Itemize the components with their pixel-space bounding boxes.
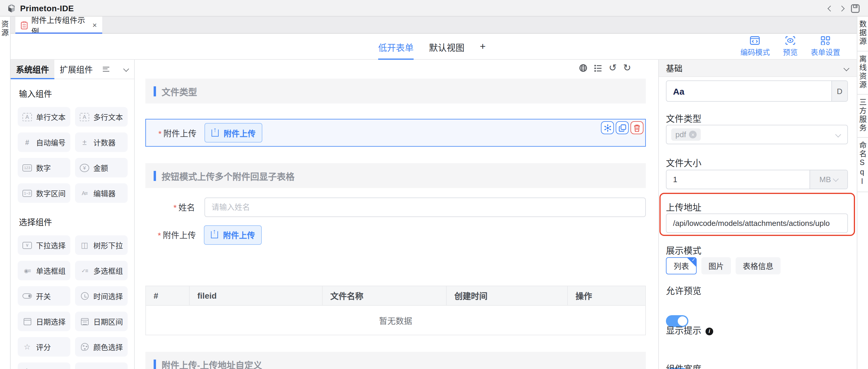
required-asterisk: * bbox=[174, 203, 177, 212]
attachment-upload-button[interactable]: 附件上传 bbox=[204, 225, 262, 245]
component-checkbox-group[interactable]: ✓≡多选框组 bbox=[75, 261, 128, 280]
property-inspector: 基础 Aa D 文件类型 pdf × 文件大小 1 bbox=[658, 60, 857, 369]
file-size-unit-select[interactable]: MB bbox=[809, 170, 847, 189]
info-icon[interactable]: i bbox=[706, 327, 713, 335]
component-color-picker[interactable]: 颜色选择 bbox=[75, 337, 128, 357]
component-amount[interactable]: ¥金额 bbox=[75, 158, 128, 177]
component-date-picker[interactable]: 日期选择 bbox=[18, 312, 70, 331]
component-time-picker[interactable]: 时间选择 bbox=[75, 286, 128, 306]
nav-forward-icon[interactable] bbox=[839, 5, 845, 11]
component-attachment-upload[interactable]: 附件上传 bbox=[18, 363, 70, 369]
attachment-upload-button[interactable]: 附件上传 bbox=[205, 123, 262, 143]
form-settings-button[interactable]: 表单设置 bbox=[811, 36, 840, 57]
component-multi-line-text[interactable]: A多行文本 bbox=[75, 107, 128, 126]
name-input[interactable] bbox=[205, 197, 646, 217]
inspector-collapse-icon[interactable] bbox=[843, 65, 849, 71]
tab-extension-components[interactable]: 扩展组件 bbox=[54, 60, 98, 79]
document-tab-title: 附件上传组件示例 bbox=[31, 14, 88, 36]
save-icon[interactable] bbox=[851, 4, 860, 13]
component-tree-dropdown[interactable]: ◫树形下拉 bbox=[75, 235, 128, 255]
font-style-addon-button[interactable]: D bbox=[831, 81, 847, 101]
component-editor[interactable]: A≡编辑器 bbox=[75, 183, 128, 203]
component-switch[interactable]: 开关 bbox=[18, 286, 70, 306]
rail-tab-offline-resources[interactable]: 离线资源 bbox=[857, 51, 868, 94]
trash-icon bbox=[633, 124, 641, 132]
display-mode-image[interactable]: 图片 bbox=[701, 257, 731, 274]
i18n-globe-icon[interactable] bbox=[579, 64, 587, 72]
preview-button[interactable]: 预览 bbox=[783, 36, 798, 57]
rail-tab-named-sql[interactable]: 命名Sql bbox=[857, 138, 868, 192]
left-rail: 资源 bbox=[0, 17, 11, 369]
undo-icon[interactable]: ↺ bbox=[609, 64, 617, 72]
form-doc-icon bbox=[21, 21, 28, 29]
component-number-range[interactable]: 1~3数字区间 bbox=[18, 183, 70, 203]
multi-line-text-icon: A bbox=[80, 113, 89, 121]
checkbox-group-icon: ✓≡ bbox=[80, 266, 89, 275]
file-size-input[interactable]: 1 bbox=[666, 170, 809, 189]
component-auto-number[interactable]: #自动编号 bbox=[18, 133, 70, 152]
add-view-button[interactable]: + bbox=[480, 34, 486, 60]
font-style-value[interactable]: Aa bbox=[673, 86, 684, 96]
tree-dropdown-icon: ◫ bbox=[80, 240, 89, 250]
section-button-mode-upload: 按钮模式上传多个附件回显子表格 bbox=[145, 163, 646, 188]
component-rating[interactable]: ☆评分 bbox=[18, 337, 70, 357]
remove-tag-icon[interactable]: × bbox=[689, 131, 696, 138]
col-fileid[interactable]: fileid bbox=[190, 286, 322, 305]
component-counter[interactable]: ±计数器 bbox=[75, 133, 128, 152]
unit-chevron-icon bbox=[833, 176, 839, 181]
col-file-name[interactable]: 文件名称 bbox=[322, 286, 447, 305]
code-mode-button[interactable]: 编码模式 bbox=[740, 36, 770, 57]
close-tab-icon[interactable]: × bbox=[92, 21, 97, 30]
display-mode-list[interactable]: 列表 bbox=[666, 257, 696, 274]
color-picker-icon bbox=[80, 342, 89, 351]
outline-tree-icon[interactable] bbox=[594, 64, 602, 72]
field-settings-button[interactable] bbox=[601, 121, 614, 134]
palette-list-icon[interactable] bbox=[103, 67, 109, 72]
preview-eye-icon bbox=[785, 36, 795, 45]
attachment-upload-field-2[interactable]: *附件上传 附件上传 bbox=[145, 222, 646, 248]
dropdown-select-icon: ∨ bbox=[23, 242, 32, 249]
document-tab[interactable]: 附件上传组件示例 × bbox=[16, 17, 102, 34]
component-radio-group[interactable]: ◉≡单选框组 bbox=[18, 261, 70, 280]
counter-icon: ± bbox=[80, 138, 89, 147]
component-dropdown-select[interactable]: ∨下拉选择 bbox=[18, 235, 70, 255]
number-icon: 123 bbox=[23, 164, 32, 171]
rail-tab-third-party-services[interactable]: 三方服务 bbox=[857, 94, 868, 138]
col-create-time[interactable]: 创建时间 bbox=[447, 286, 568, 305]
component-image[interactable]: 图片 bbox=[75, 363, 128, 369]
upload-url-field bbox=[666, 214, 848, 233]
form-canvas: ↺ ↻ 文件类型 *附件上传 附件上传 bbox=[135, 60, 658, 369]
tab-default-view[interactable]: 默认视图 bbox=[429, 34, 464, 60]
component-single-line-text[interactable]: A单行文本 bbox=[18, 107, 70, 126]
section-file-type: 文件类型 bbox=[145, 79, 646, 104]
tab-system-components[interactable]: 系统组件 bbox=[11, 60, 54, 79]
section-title: 文件类型 bbox=[162, 85, 197, 97]
inspector-header-title: 基础 bbox=[666, 62, 682, 74]
nav-back-icon[interactable] bbox=[828, 5, 833, 11]
palette-collapse-icon[interactable] bbox=[123, 66, 129, 72]
col-index[interactable]: # bbox=[146, 286, 190, 305]
display-mode-table-info[interactable]: 表格信息 bbox=[736, 257, 780, 274]
attachment-upload-icon bbox=[23, 368, 32, 369]
right-rail: 数据源 离线资源 三方服务 命名Sql bbox=[857, 17, 868, 369]
tab-lowcode-form[interactable]: 低开表单 bbox=[378, 34, 414, 60]
document-tab-bar: 附件上传组件示例 × bbox=[11, 17, 857, 34]
form-settings-icon bbox=[821, 36, 830, 45]
auto-number-icon: # bbox=[23, 138, 32, 147]
inspector-header[interactable]: 基础 bbox=[659, 60, 857, 77]
upload-url-input[interactable] bbox=[666, 214, 848, 233]
field-copy-button[interactable] bbox=[616, 121, 629, 134]
field-delete-button[interactable] bbox=[630, 121, 644, 134]
selected-attachment-upload-field[interactable]: *附件上传 附件上传 bbox=[145, 119, 646, 147]
col-actions[interactable]: 操作 bbox=[568, 286, 645, 305]
group-title-select-components: 选择组件 bbox=[19, 216, 126, 228]
rail-tab-resources[interactable]: 资源 bbox=[0, 20, 10, 37]
redo-icon[interactable]: ↻ bbox=[623, 64, 631, 72]
component-number[interactable]: 123数字 bbox=[18, 158, 70, 177]
component-date-range[interactable]: 日期区间 bbox=[75, 312, 128, 331]
primeton-ide-window: Primeton-IDE 资源 数据源 离线资源 三方服务 命名Sql bbox=[0, 0, 868, 369]
rail-tab-datasource[interactable]: 数据源 bbox=[857, 17, 868, 51]
file-type-select[interactable]: pdf × bbox=[666, 125, 848, 144]
required-asterisk: * bbox=[158, 231, 161, 240]
select-components-grid: ∨下拉选择 ◫树形下拉 ◉≡单选框组 ✓≡多选框组 开关 时间选择 日期选择 日… bbox=[18, 235, 127, 369]
